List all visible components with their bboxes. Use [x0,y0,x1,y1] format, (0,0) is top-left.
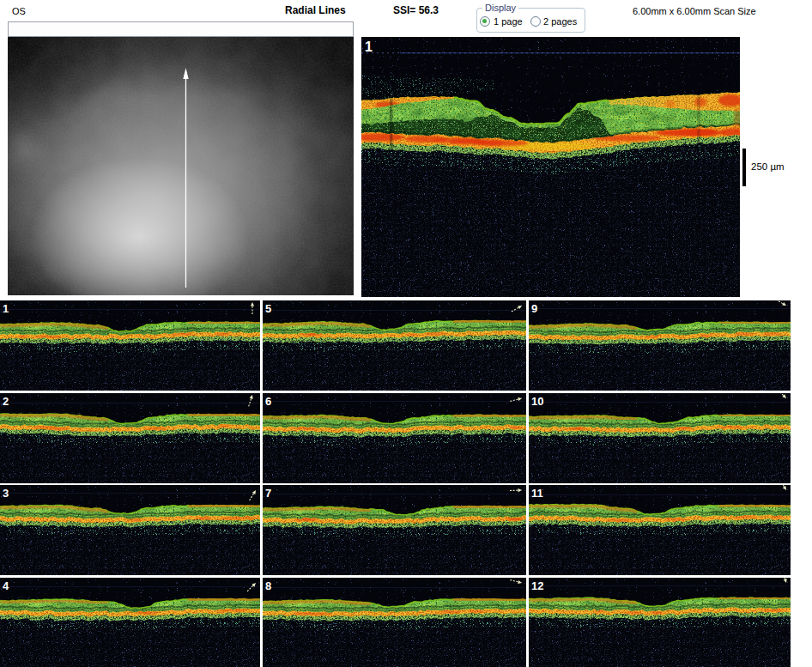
svg-text:12: 12 [531,579,543,592]
svg-text:9: 9 [531,302,537,315]
svg-text:4: 4 [3,579,9,592]
svg-text:11: 11 [531,487,543,500]
svg-text:7: 7 [265,487,271,500]
svg-text:10: 10 [531,395,543,408]
svg-text:6: 6 [265,395,271,408]
svg-text:2: 2 [3,395,9,408]
svg-text:1: 1 [3,302,9,315]
svg-text:1: 1 [365,39,373,54]
svg-text:5: 5 [265,302,271,315]
svg-text:3: 3 [3,487,9,500]
svg-text:8: 8 [265,579,271,592]
